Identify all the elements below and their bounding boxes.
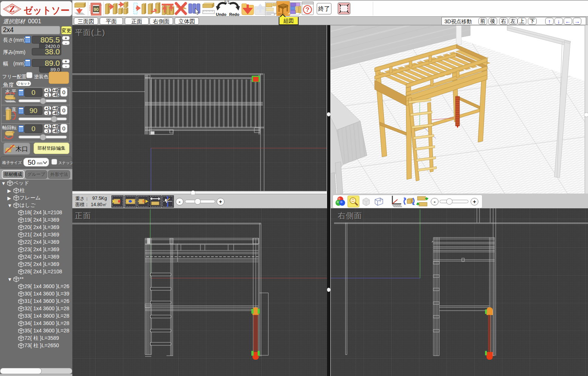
svg-text:?: ?	[306, 6, 309, 13]
svg-text:Z: Z	[9, 4, 15, 14]
svg-text:90: 90	[94, 7, 99, 12]
svg-text:c: c	[100, 3, 102, 6]
